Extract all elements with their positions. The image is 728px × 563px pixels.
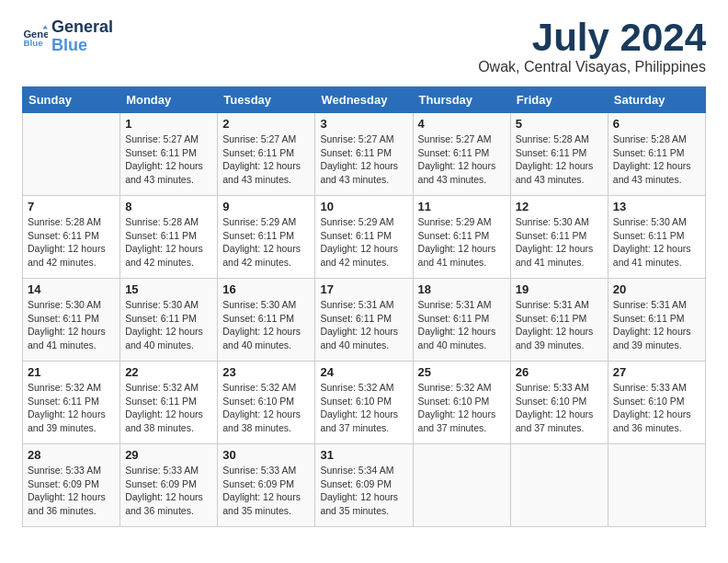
day-number: 1 bbox=[125, 117, 212, 131]
day-number: 19 bbox=[516, 282, 603, 296]
day-number: 21 bbox=[28, 365, 115, 379]
calendar-cell: 15Sunrise: 5:30 AMSunset: 6:11 PMDayligh… bbox=[120, 279, 218, 362]
day-number: 5 bbox=[516, 117, 603, 131]
day-info: Sunrise: 5:29 AMSunset: 6:11 PMDaylight:… bbox=[222, 215, 310, 270]
calendar-cell: 16Sunrise: 5:30 AMSunset: 6:11 PMDayligh… bbox=[218, 279, 315, 362]
calendar-cell: 19Sunrise: 5:31 AMSunset: 6:11 PMDayligh… bbox=[510, 279, 608, 362]
day-number: 6 bbox=[613, 117, 700, 131]
calendar-cell bbox=[23, 113, 120, 196]
day-number: 15 bbox=[125, 282, 212, 296]
month-title: July 2024 bbox=[478, 18, 706, 57]
title-section: July 2024 Owak, Central Visayas, Philipp… bbox=[478, 18, 706, 75]
calendar-cell: 14Sunrise: 5:30 AMSunset: 6:11 PMDayligh… bbox=[23, 279, 120, 362]
day-info: Sunrise: 5:31 AMSunset: 6:11 PMDaylight:… bbox=[418, 298, 506, 352]
day-info: Sunrise: 5:33 AMSunset: 6:09 PMDaylight:… bbox=[125, 464, 212, 518]
day-info: Sunrise: 5:29 AMSunset: 6:11 PMDaylight:… bbox=[320, 215, 407, 270]
calendar-cell: 23Sunrise: 5:32 AMSunset: 6:10 PMDayligh… bbox=[218, 362, 315, 444]
day-number: 17 bbox=[320, 282, 407, 296]
day-number: 26 bbox=[516, 365, 603, 379]
day-info: Sunrise: 5:27 AMSunset: 6:11 PMDaylight:… bbox=[222, 132, 310, 187]
calendar-cell: 26Sunrise: 5:33 AMSunset: 6:10 PMDayligh… bbox=[510, 362, 608, 444]
calendar-cell: 5Sunrise: 5:28 AMSunset: 6:11 PMDaylight… bbox=[510, 113, 608, 196]
header: General Blue General Blue July 2024 Owak… bbox=[22, 18, 706, 75]
calendar-cell: 20Sunrise: 5:31 AMSunset: 6:11 PMDayligh… bbox=[608, 279, 705, 362]
header-day-sunday: Sunday bbox=[23, 87, 120, 113]
day-info: Sunrise: 5:32 AMSunset: 6:10 PMDaylight:… bbox=[222, 381, 310, 435]
calendar-cell bbox=[413, 444, 510, 527]
svg-marker-2 bbox=[42, 25, 48, 29]
calendar-cell: 8Sunrise: 5:28 AMSunset: 6:11 PMDaylight… bbox=[120, 196, 218, 279]
day-info: Sunrise: 5:33 AMSunset: 6:09 PMDaylight:… bbox=[28, 464, 115, 518]
day-info: Sunrise: 5:29 AMSunset: 6:11 PMDaylight:… bbox=[418, 215, 506, 270]
day-number: 4 bbox=[418, 117, 506, 131]
header-day-monday: Monday bbox=[120, 87, 218, 113]
calendar-cell: 30Sunrise: 5:33 AMSunset: 6:09 PMDayligh… bbox=[218, 444, 315, 527]
location-title: Owak, Central Visayas, Philippines bbox=[478, 59, 706, 75]
day-info: Sunrise: 5:30 AMSunset: 6:11 PMDaylight:… bbox=[613, 215, 700, 270]
day-number: 12 bbox=[516, 200, 603, 213]
day-info: Sunrise: 5:32 AMSunset: 6:10 PMDaylight:… bbox=[320, 381, 407, 435]
calendar-cell: 4Sunrise: 5:27 AMSunset: 6:11 PMDaylight… bbox=[413, 113, 510, 196]
day-info: Sunrise: 5:33 AMSunset: 6:10 PMDaylight:… bbox=[613, 381, 700, 435]
calendar-week-row: 28Sunrise: 5:33 AMSunset: 6:09 PMDayligh… bbox=[23, 444, 706, 527]
calendar-cell: 9Sunrise: 5:29 AMSunset: 6:11 PMDaylight… bbox=[218, 196, 315, 279]
day-info: Sunrise: 5:28 AMSunset: 6:11 PMDaylight:… bbox=[516, 132, 603, 187]
day-info: Sunrise: 5:27 AMSunset: 6:11 PMDaylight:… bbox=[125, 132, 212, 187]
logo-icon: General Blue bbox=[22, 24, 48, 50]
calendar-cell: 1Sunrise: 5:27 AMSunset: 6:11 PMDaylight… bbox=[120, 113, 218, 196]
day-number: 25 bbox=[418, 365, 506, 379]
day-number: 3 bbox=[320, 117, 407, 131]
calendar-cell: 6Sunrise: 5:28 AMSunset: 6:11 PMDaylight… bbox=[608, 113, 705, 196]
day-number: 8 bbox=[125, 200, 212, 213]
day-info: Sunrise: 5:30 AMSunset: 6:11 PMDaylight:… bbox=[125, 298, 212, 352]
day-number: 24 bbox=[320, 365, 407, 379]
day-info: Sunrise: 5:32 AMSunset: 6:11 PMDaylight:… bbox=[28, 381, 115, 435]
day-info: Sunrise: 5:27 AMSunset: 6:11 PMDaylight:… bbox=[320, 132, 407, 187]
calendar-cell: 31Sunrise: 5:34 AMSunset: 6:09 PMDayligh… bbox=[315, 444, 413, 527]
day-info: Sunrise: 5:32 AMSunset: 6:10 PMDaylight:… bbox=[418, 381, 506, 435]
calendar-cell: 10Sunrise: 5:29 AMSunset: 6:11 PMDayligh… bbox=[315, 196, 413, 279]
logo: General Blue General Blue bbox=[22, 18, 113, 55]
calendar-header-row: SundayMondayTuesdayWednesdayThursdayFrid… bbox=[23, 87, 706, 113]
header-day-saturday: Saturday bbox=[608, 87, 705, 113]
day-number: 9 bbox=[222, 200, 310, 213]
header-day-thursday: Thursday bbox=[413, 87, 510, 113]
day-info: Sunrise: 5:31 AMSunset: 6:11 PMDaylight:… bbox=[320, 298, 407, 352]
day-number: 7 bbox=[28, 200, 115, 213]
day-number: 22 bbox=[125, 365, 212, 379]
day-info: Sunrise: 5:30 AMSunset: 6:11 PMDaylight:… bbox=[28, 298, 115, 352]
day-number: 18 bbox=[418, 282, 506, 296]
calendar-cell bbox=[608, 444, 705, 527]
calendar-cell: 2Sunrise: 5:27 AMSunset: 6:11 PMDaylight… bbox=[218, 113, 315, 196]
day-number: 28 bbox=[28, 448, 115, 462]
calendar-cell: 21Sunrise: 5:32 AMSunset: 6:11 PMDayligh… bbox=[23, 362, 120, 444]
day-info: Sunrise: 5:28 AMSunset: 6:11 PMDaylight:… bbox=[613, 132, 700, 187]
day-info: Sunrise: 5:34 AMSunset: 6:09 PMDaylight:… bbox=[320, 464, 407, 518]
calendar-cell: 22Sunrise: 5:32 AMSunset: 6:11 PMDayligh… bbox=[120, 362, 218, 444]
calendar-cell: 13Sunrise: 5:30 AMSunset: 6:11 PMDayligh… bbox=[608, 196, 705, 279]
calendar-cell: 12Sunrise: 5:30 AMSunset: 6:11 PMDayligh… bbox=[510, 196, 608, 279]
calendar-week-row: 1Sunrise: 5:27 AMSunset: 6:11 PMDaylight… bbox=[23, 113, 706, 196]
calendar-cell: 18Sunrise: 5:31 AMSunset: 6:11 PMDayligh… bbox=[413, 279, 510, 362]
day-number: 30 bbox=[222, 448, 310, 462]
day-info: Sunrise: 5:32 AMSunset: 6:11 PMDaylight:… bbox=[125, 381, 212, 435]
day-number: 11 bbox=[418, 200, 506, 213]
calendar-table: SundayMondayTuesdayWednesdayThursdayFrid… bbox=[22, 86, 706, 527]
day-info: Sunrise: 5:28 AMSunset: 6:11 PMDaylight:… bbox=[28, 215, 115, 270]
day-info: Sunrise: 5:33 AMSunset: 6:10 PMDaylight:… bbox=[516, 381, 603, 435]
calendar-week-row: 14Sunrise: 5:30 AMSunset: 6:11 PMDayligh… bbox=[23, 279, 706, 362]
day-info: Sunrise: 5:27 AMSunset: 6:11 PMDaylight:… bbox=[418, 132, 506, 187]
calendar-cell: 3Sunrise: 5:27 AMSunset: 6:11 PMDaylight… bbox=[315, 113, 413, 196]
day-number: 20 bbox=[613, 282, 700, 296]
calendar-cell: 11Sunrise: 5:29 AMSunset: 6:11 PMDayligh… bbox=[413, 196, 510, 279]
calendar-cell: 25Sunrise: 5:32 AMSunset: 6:10 PMDayligh… bbox=[413, 362, 510, 444]
day-number: 14 bbox=[28, 282, 115, 296]
calendar-week-row: 21Sunrise: 5:32 AMSunset: 6:11 PMDayligh… bbox=[23, 362, 706, 444]
day-info: Sunrise: 5:30 AMSunset: 6:11 PMDaylight:… bbox=[222, 298, 310, 352]
day-number: 31 bbox=[320, 448, 407, 462]
header-day-tuesday: Tuesday bbox=[218, 87, 315, 113]
day-number: 29 bbox=[125, 448, 212, 462]
calendar-cell: 28Sunrise: 5:33 AMSunset: 6:09 PMDayligh… bbox=[23, 444, 120, 527]
calendar-cell bbox=[510, 444, 608, 527]
header-day-friday: Friday bbox=[510, 87, 608, 113]
